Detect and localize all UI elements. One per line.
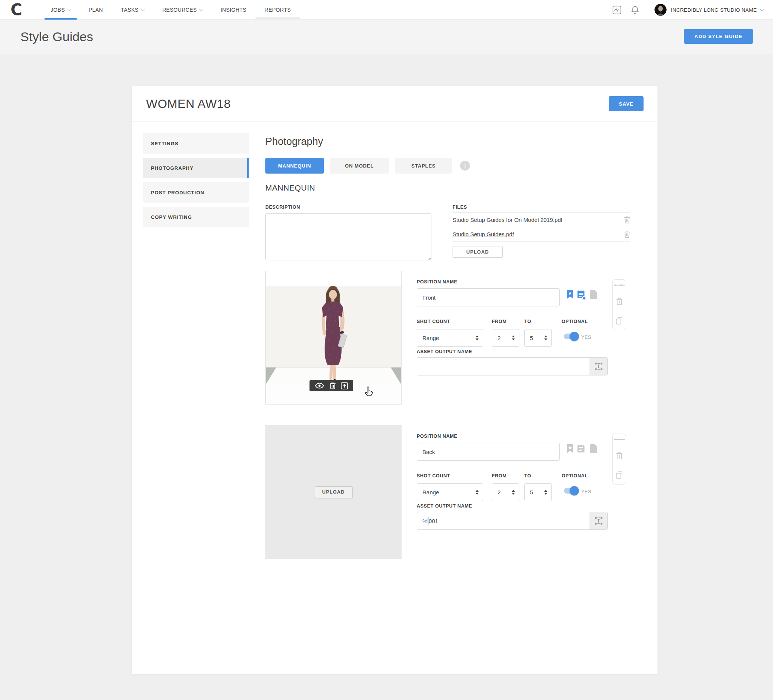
image-hover-toolbar: [309, 380, 353, 391]
delete-file-icon[interactable]: [624, 216, 630, 223]
activity-icon[interactable]: [613, 6, 621, 14]
nav-item-reports[interactable]: REPORTS: [255, 0, 300, 20]
delete-position-icon[interactable]: [616, 452, 623, 460]
duplicate-position-icon[interactable]: [616, 317, 623, 325]
drag-handle-icon[interactable]: [614, 439, 625, 440]
nav-item-label: RESOURCES: [162, 7, 197, 13]
to-stepper[interactable]: 5: [524, 483, 552, 501]
shot-count-label: SHOT COUNT: [417, 319, 450, 324]
save-button[interactable]: SAVE: [609, 96, 643, 111]
chevron-down-icon: [760, 7, 764, 11]
chevron-down-icon: [67, 7, 71, 11]
style-guide-card: WOMEN AW18 SAVE SETTINGS PHOTOGRAPHY POS…: [132, 86, 658, 674]
page-template-icon[interactable]: [590, 290, 597, 299]
description-textarea[interactable]: [265, 213, 431, 260]
chevron-down-icon: [141, 7, 145, 11]
main-nav: JOBS PLAN TASKS RESOURCES INSIGHTS REPOR…: [41, 0, 300, 20]
user-avatar[interactable]: [655, 4, 666, 16]
to-stepper[interactable]: 5: [524, 329, 552, 347]
add-style-guide-button[interactable]: ADD SYLE GUIDE: [684, 29, 753, 44]
shot-list-icon[interactable]: [577, 290, 586, 301]
preview-eye-icon[interactable]: [315, 383, 324, 389]
section-title-photography: Photography: [265, 136, 323, 148]
sidebar-item-settings[interactable]: SETTINGS: [143, 133, 249, 154]
nav-item-insights[interactable]: INSIGHTS: [211, 0, 255, 20]
bookmark-icon[interactable]: [567, 444, 573, 453]
from-stepper[interactable]: 2: [492, 329, 519, 347]
duplicate-position-icon[interactable]: [616, 471, 623, 479]
name-template-button[interactable]: [590, 358, 607, 375]
from-label: FROM: [492, 473, 507, 478]
files-list: Studio Setup Guides for On Model 2019.pd…: [452, 212, 630, 242]
page-template-icon[interactable]: [590, 444, 597, 453]
position-block-back: UPLOAD POSITION NAME: [132, 425, 658, 559]
optional-value: YES: [581, 335, 592, 340]
optional-label: OPTIONAL: [562, 319, 588, 324]
sidebar-item-photography[interactable]: PHOTOGRAPHY: [143, 158, 249, 178]
sidebar-item-post-production[interactable]: POST PRODUCTION: [143, 182, 249, 203]
text-caret: [428, 517, 428, 524]
asset-output-name-label: ASSET OUTPUT NAME: [417, 349, 472, 354]
position-name-input[interactable]: [417, 288, 560, 306]
drag-handle-icon[interactable]: [614, 284, 625, 286]
file-row: Studio Setup Guides for On Model 2019.pd…: [452, 213, 630, 227]
from-stepper[interactable]: 2: [492, 483, 519, 501]
studio-name-menu[interactable]: INCREDIBLY LONG STUDIO NAME: [671, 7, 757, 13]
tab-mannequin[interactable]: MANNEQUIN: [265, 158, 324, 174]
asset-output-name-input[interactable]: %001: [417, 512, 608, 530]
page-header: Style Guides ADD SYLE GUIDE: [0, 20, 773, 54]
nav-item-label: TASKS: [121, 7, 138, 13]
from-value: 2: [497, 489, 500, 495]
spinner-arrows-icon: [475, 335, 479, 340]
replace-upload-icon[interactable]: [341, 382, 348, 389]
shot-list-icon[interactable]: [577, 444, 586, 455]
nav-item-label: PLAN: [89, 7, 103, 13]
nav-item-plan[interactable]: PLAN: [80, 0, 112, 20]
files-label: FILES: [452, 205, 467, 210]
sidebar-item-copy-writing[interactable]: COPY WRITING: [143, 207, 249, 227]
page-title: Style Guides: [20, 30, 93, 44]
file-name[interactable]: Studio Setup Guides for On Model 2019.pd…: [452, 217, 562, 223]
delete-position-icon[interactable]: [616, 298, 623, 305]
delete-image-icon[interactable]: [329, 382, 336, 389]
shot-count-select[interactable]: Range: [417, 483, 483, 501]
notifications-bell-icon[interactable]: [631, 6, 639, 14]
asset-output-name-input[interactable]: [417, 357, 608, 375]
to-value: 5: [530, 335, 533, 341]
toggle-knob: [569, 332, 579, 341]
asset-output-value: %001: [417, 517, 438, 524]
tab-on-model[interactable]: ON MODEL: [330, 158, 389, 174]
top-nav: C JOBS PLAN TASKS RESOURCES INSIGHTS REP…: [0, 0, 773, 20]
position-name-actions: [567, 290, 597, 301]
shot-count-select[interactable]: Range: [417, 329, 483, 347]
image-upload-dropzone[interactable]: UPLOAD: [265, 425, 401, 559]
image-upload-button[interactable]: UPLOAD: [315, 486, 352, 498]
to-label: TO: [524, 319, 531, 324]
nav-item-label: INSIGHTS: [220, 7, 247, 13]
nav-item-resources[interactable]: RESOURCES: [153, 0, 211, 20]
position-name-input[interactable]: [417, 443, 560, 461]
to-value: 5: [530, 489, 533, 495]
nav-item-jobs[interactable]: JOBS: [41, 0, 80, 20]
optional-toggle[interactable]: [564, 334, 578, 339]
nav-item-tasks[interactable]: TASKS: [112, 0, 153, 20]
asset-output-name-label: ASSET OUTPUT NAME: [417, 503, 472, 509]
from-label: FROM: [492, 319, 507, 324]
nav-item-label: JOBS: [51, 7, 65, 13]
file-row: Studio Setup Guides.pdf: [452, 227, 630, 242]
file-name[interactable]: Studio Setup Guides.pdf: [452, 231, 514, 237]
files-upload-button[interactable]: UPLOAD: [452, 246, 503, 258]
mannequin-photo[interactable]: [265, 271, 401, 404]
name-template-button[interactable]: [590, 512, 607, 529]
position-actions-panel: [612, 279, 626, 330]
card-header: WOMEN AW18 SAVE: [132, 86, 658, 122]
nav-item-label: REPORTS: [265, 7, 291, 13]
optional-toggle[interactable]: [564, 488, 578, 494]
spinner-arrows-icon: [512, 335, 515, 340]
delete-file-icon[interactable]: [624, 230, 630, 238]
spinner-arrows-icon: [544, 335, 547, 340]
bookmark-icon[interactable]: [567, 290, 573, 299]
spinner-arrows-icon: [512, 490, 515, 495]
tab-staples[interactable]: STAPLES: [395, 158, 452, 174]
app-logo[interactable]: C: [11, 1, 22, 19]
